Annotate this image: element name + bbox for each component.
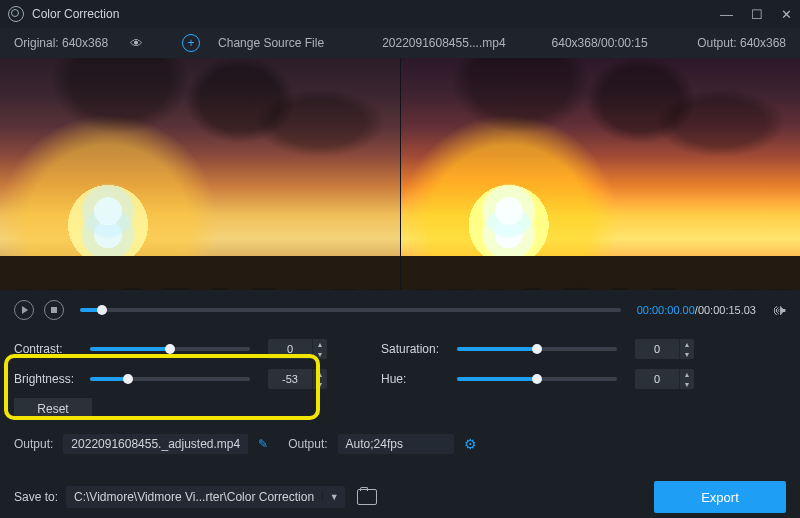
brightness-value: -53 — [268, 369, 312, 389]
save-path: C:\Vidmore\Vidmore Vi...rter\Color Corre… — [66, 490, 322, 504]
brightness-value-box[interactable]: -53 ▲▼ — [268, 369, 327, 389]
output-row: Output: 2022091608455._adjusted.mp4 ✎ Ou… — [0, 430, 800, 458]
stop-button[interactable] — [44, 300, 64, 320]
preview-toggle-icon[interactable]: 👁 — [126, 36, 146, 51]
contrast-step-down[interactable]: ▼ — [313, 349, 327, 359]
output-label-2: Output: — [288, 437, 327, 451]
brightness-label: Brightness: — [14, 372, 80, 386]
source-dims-duration: 640x368/00:00:15 — [552, 36, 648, 50]
contrast-slider[interactable] — [90, 347, 250, 351]
saturation-step-down[interactable]: ▼ — [680, 349, 694, 359]
app-icon — [8, 6, 24, 22]
volume-icon[interactable]: 🕪 — [772, 302, 786, 318]
adjustment-panel: Contrast: 0 ▲▼ Saturation: 0 ▲▼ Brightne… — [0, 330, 800, 426]
save-to-label: Save to: — [14, 490, 58, 504]
hue-value: 0 — [635, 369, 679, 389]
saturation-value-box[interactable]: 0 ▲▼ — [635, 339, 694, 359]
original-dimensions: Original: 640x368 — [14, 36, 108, 50]
change-source-button[interactable]: Change Source File — [218, 36, 324, 50]
window-controls: — ☐ ✕ — [720, 8, 792, 21]
saturation-label: Saturation: — [381, 342, 447, 356]
contrast-knob[interactable] — [165, 344, 175, 354]
save-path-box[interactable]: C:\Vidmore\Vidmore Vi...rter\Color Corre… — [66, 486, 345, 508]
minimize-button[interactable]: — — [720, 8, 733, 21]
source-filename: 2022091608455....mp4 — [382, 36, 505, 50]
save-path-dropdown-icon[interactable]: ▼ — [322, 492, 345, 502]
brightness-slider[interactable] — [90, 377, 250, 381]
contrast-label: Contrast: — [14, 342, 80, 356]
edit-filename-icon[interactable]: ✎ — [258, 437, 268, 451]
hue-label: Hue: — [381, 372, 447, 386]
saturation-step-up[interactable]: ▲ — [680, 339, 694, 349]
time-display: 00:00:00.00/00:00:15.03 — [637, 304, 756, 316]
play-button[interactable] — [14, 300, 34, 320]
add-source-icon[interactable]: + — [182, 34, 200, 52]
hue-knob[interactable] — [532, 374, 542, 384]
preview-container — [0, 58, 800, 290]
preview-adjusted — [401, 58, 801, 290]
brightness-step-up[interactable]: ▲ — [313, 369, 327, 379]
saturation-fill — [457, 347, 537, 351]
time-current: 00:00:00.00 — [637, 304, 695, 316]
contrast-step-up[interactable]: ▲ — [313, 339, 327, 349]
close-button[interactable]: ✕ — [781, 8, 792, 21]
seek-thumb[interactable] — [97, 305, 107, 315]
saturation-knob[interactable] — [532, 344, 542, 354]
saturation-slider[interactable] — [457, 347, 617, 351]
hue-value-box[interactable]: 0 ▲▼ — [635, 369, 694, 389]
hue-slider[interactable] — [457, 377, 617, 381]
output-dimensions: Output: 640x368 — [697, 36, 786, 50]
output-format: Auto;24fps — [338, 434, 454, 454]
preview-original — [0, 58, 401, 290]
time-total: 00:00:15.03 — [698, 304, 756, 316]
contrast-fill — [90, 347, 170, 351]
window-title: Color Correction — [32, 7, 119, 21]
footer: Save to: C:\Vidmore\Vidmore Vi...rter\Co… — [0, 476, 800, 518]
brightness-knob[interactable] — [123, 374, 133, 384]
output-label-1: Output: — [14, 437, 53, 451]
export-button[interactable]: Export — [654, 481, 786, 513]
contrast-value: 0 — [268, 339, 312, 359]
seek-slider[interactable] — [80, 308, 621, 312]
saturation-value: 0 — [635, 339, 679, 359]
open-folder-icon[interactable] — [357, 489, 377, 505]
info-bar: Original: 640x368 👁 + Change Source File… — [0, 28, 800, 58]
output-filename: 2022091608455._adjusted.mp4 — [63, 434, 248, 454]
playback-bar: 00:00:00.00/00:00:15.03 🕪 — [0, 290, 800, 330]
hue-fill — [457, 377, 537, 381]
contrast-value-box[interactable]: 0 ▲▼ — [268, 339, 327, 359]
hue-step-up[interactable]: ▲ — [680, 369, 694, 379]
hue-step-down[interactable]: ▼ — [680, 379, 694, 389]
titlebar: Color Correction — ☐ ✕ — [0, 0, 800, 28]
format-settings-icon[interactable]: ⚙ — [464, 436, 477, 452]
brightness-step-down[interactable]: ▼ — [313, 379, 327, 389]
reset-button[interactable]: Reset — [14, 398, 92, 420]
maximize-button[interactable]: ☐ — [751, 8, 763, 21]
